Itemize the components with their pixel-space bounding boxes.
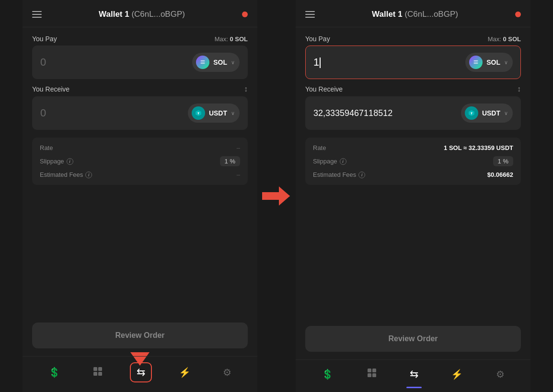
right-receive-token-selector[interactable]: ₮ USDT ∨ bbox=[461, 104, 513, 123]
right-header-title: Wallet 1 (C6nL...oBGP) bbox=[372, 10, 458, 19]
right-you-pay-section: You Pay Max: 0 SOL 1 bbox=[305, 35, 521, 79]
left-pay-token-name: SOL bbox=[213, 58, 227, 66]
right-rate-label: Rate bbox=[313, 144, 326, 151]
left-sol-icon bbox=[196, 56, 209, 69]
left-you-receive-label: You Receive bbox=[32, 85, 69, 93]
svg-rect-4 bbox=[93, 372, 97, 376]
left-nav-gear[interactable]: ⚙ bbox=[217, 365, 237, 380]
svg-rect-2 bbox=[93, 367, 97, 371]
svg-rect-5 bbox=[98, 372, 102, 376]
right-receive-value: 32,33359467118512 bbox=[313, 108, 392, 118]
left-review-button[interactable]: Review Order bbox=[32, 323, 248, 348]
left-lightning-icon: ⚡ bbox=[179, 367, 191, 378]
right-panel: Wallet 1 (C6nL...oBGP) You Pay Max: 0 SO… bbox=[296, 0, 530, 392]
right-slippage-label: Slippage i bbox=[313, 158, 346, 165]
right-usdt-icon: ₮ bbox=[465, 106, 478, 120]
left-you-pay-max: Max: 0 SOL bbox=[215, 35, 248, 43]
svg-rect-6 bbox=[262, 192, 280, 200]
left-receive-value: 0 bbox=[40, 107, 188, 119]
right-you-receive-label: You Receive bbox=[305, 85, 343, 93]
left-you-pay-label: You Pay bbox=[32, 35, 57, 43]
right-receive-chevron: ∨ bbox=[504, 110, 508, 116]
right-fees-value: $0.06662 bbox=[487, 171, 513, 178]
right-info-card: Rate 1 SOL ≈ 32.33359 USDT Slippage i 1 … bbox=[305, 138, 521, 185]
right-nav-grid[interactable] bbox=[361, 366, 383, 382]
left-info-card: Rate – Slippage i 1 % Estimated Fees i – bbox=[32, 138, 248, 185]
left-rate-row: Rate – bbox=[40, 144, 240, 151]
left-nav-lightning[interactable]: ⚡ bbox=[173, 365, 196, 380]
big-arrow bbox=[262, 182, 291, 210]
left-nav-dollar[interactable]: 💲 bbox=[43, 365, 66, 380]
right-bottom-nav: 💲 ⇆ ⚡ ⚙ bbox=[296, 359, 530, 392]
right-gear-icon: ⚙ bbox=[496, 369, 505, 380]
right-nav-lightning[interactable]: ⚡ bbox=[445, 367, 469, 382]
right-pay-chevron: ∨ bbox=[504, 59, 508, 66]
left-header: Wallet 1 (C6nL...oBGP) bbox=[23, 0, 257, 27]
right-you-pay-max: Max: 0 SOL bbox=[488, 35, 521, 43]
right-main: You Pay Max: 0 SOL 1 bbox=[296, 27, 530, 326]
left-pay-token-selector[interactable]: SOL ∨ bbox=[192, 53, 240, 72]
left-rate-value: – bbox=[237, 144, 240, 151]
right-fees-info-icon[interactable]: i bbox=[358, 172, 365, 178]
left-you-pay-section: You Pay Max: 0 SOL 0 SOL ∨ bbox=[32, 35, 248, 79]
left-main: You Pay Max: 0 SOL 0 SOL ∨ bbox=[23, 27, 257, 323]
svg-rect-11 bbox=[368, 369, 371, 372]
right-rate-value: 1 SOL ≈ 32.33359 USDT bbox=[444, 144, 513, 151]
left-fees-info-icon[interactable]: i bbox=[85, 172, 92, 178]
right-nav-gear[interactable]: ⚙ bbox=[490, 367, 510, 382]
right-receive-input-box: 32,33359467118512 ₮ USDT ∨ bbox=[305, 96, 521, 130]
right-status-dot bbox=[515, 12, 521, 17]
right-receive-token-name: USDT bbox=[482, 109, 500, 117]
left-bottom-nav: 💲 ⇆ ⚡ ⚙ bbox=[23, 356, 257, 392]
right-menu-icon[interactable] bbox=[305, 11, 315, 18]
left-usdt-icon: ₮ bbox=[192, 106, 205, 120]
left-receive-token-selector[interactable]: ₮ USDT ∨ bbox=[188, 104, 240, 123]
left-nav-swap[interactable]: ⇆ bbox=[130, 362, 152, 382]
right-nav-dollar[interactable]: 💲 bbox=[316, 367, 339, 382]
left-pay-input-box: 0 SOL ∨ bbox=[32, 46, 248, 79]
left-menu-icon[interactable] bbox=[32, 11, 42, 18]
left-swap-icon: ⇆ bbox=[137, 366, 145, 379]
right-swap-icon: ⇆ bbox=[410, 368, 418, 380]
left-slippage-value: 1 % bbox=[220, 156, 240, 166]
right-you-pay-label: You Pay bbox=[305, 35, 330, 43]
left-dollar-icon: 💲 bbox=[48, 367, 60, 378]
left-nav-grid[interactable] bbox=[87, 364, 109, 381]
right-nav-swap[interactable]: ⇆ bbox=[404, 366, 424, 382]
left-fees-label: Estimated Fees i bbox=[40, 171, 92, 178]
left-pay-value: 0 bbox=[40, 56, 192, 69]
right-pay-token-selector[interactable]: SOL ∨ bbox=[465, 53, 513, 72]
right-slippage-info-icon[interactable]: i bbox=[340, 158, 346, 165]
svg-rect-3 bbox=[98, 367, 102, 371]
svg-rect-14 bbox=[372, 373, 376, 377]
arrow-divider bbox=[257, 182, 296, 210]
right-grid-icon bbox=[367, 368, 377, 380]
left-receive-chevron: ∨ bbox=[231, 110, 235, 116]
left-rate-label: Rate bbox=[40, 144, 53, 151]
right-rate-row: Rate 1 SOL ≈ 32.33359 USDT bbox=[313, 144, 513, 151]
right-review-button[interactable]: Review Order bbox=[305, 326, 521, 352]
right-pay-value: 1 bbox=[313, 56, 465, 69]
left-panel: Wallet 1 (C6nL...oBGP) You Pay Max: 0 SO… bbox=[23, 0, 257, 392]
left-you-receive-section: You Receive ↕ 0 ₮ USDT ∨ bbox=[32, 85, 248, 130]
left-slippage-row: Slippage i 1 % bbox=[40, 156, 240, 166]
right-dollar-icon: 💲 bbox=[322, 369, 334, 380]
left-fees-value: – bbox=[237, 171, 240, 178]
left-receive-token-name: USDT bbox=[209, 109, 227, 117]
right-pay-input-box: 1 SOL ∨ bbox=[305, 46, 521, 79]
svg-marker-8 bbox=[280, 189, 290, 203]
svg-rect-13 bbox=[368, 373, 371, 377]
right-lightning-icon: ⚡ bbox=[451, 369, 463, 380]
right-slippage-row: Slippage i 1 % bbox=[313, 156, 513, 166]
svg-rect-12 bbox=[372, 369, 376, 372]
left-slippage-info-icon[interactable]: i bbox=[67, 158, 73, 165]
right-you-receive-section: You Receive ↕ 32,33359467118512 ₮ USDT ∨ bbox=[305, 85, 521, 130]
left-grid-icon bbox=[92, 366, 103, 379]
left-slippage-label: Slippage i bbox=[40, 158, 73, 165]
right-swap-arrows[interactable]: ↕ bbox=[517, 85, 521, 93]
left-header-title: Wallet 1 (C6nL...oBGP) bbox=[99, 10, 185, 19]
right-sol-icon bbox=[469, 56, 483, 69]
left-swap-arrows[interactable]: ↕ bbox=[244, 85, 248, 93]
right-pay-token-name: SOL bbox=[486, 58, 500, 66]
left-pay-chevron: ∨ bbox=[231, 59, 235, 66]
